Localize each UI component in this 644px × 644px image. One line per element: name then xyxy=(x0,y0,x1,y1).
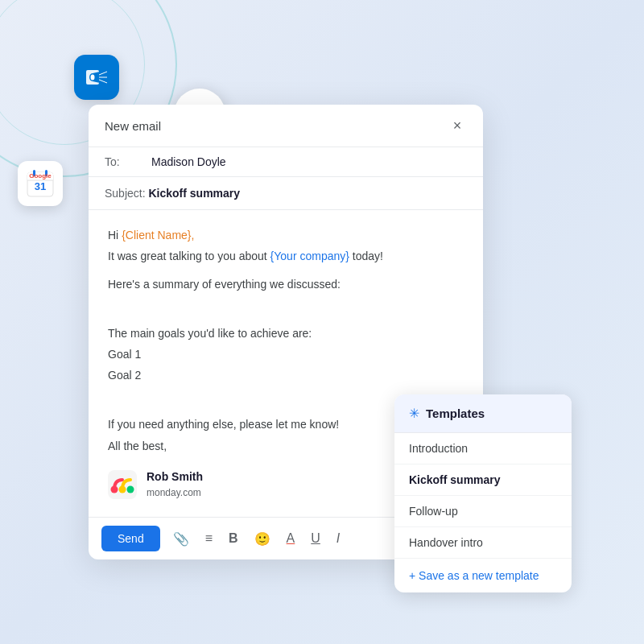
emoji-icon[interactable]: 🙂 xyxy=(251,528,274,550)
list-icon[interactable]: ≡ xyxy=(202,528,216,549)
goal2: Goal 2 xyxy=(108,366,464,384)
bold-icon[interactable]: B xyxy=(225,528,242,549)
underline-icon[interactable]: U xyxy=(308,528,324,549)
svg-point-14 xyxy=(127,485,134,493)
svg-text:31: 31 xyxy=(35,180,46,192)
to-value: Madison Doyle xyxy=(151,155,226,168)
pin-icon: ✳ xyxy=(409,406,419,421)
attach-icon[interactable]: 📎 xyxy=(170,528,192,550)
greeting-line: Hi {Client Name}, xyxy=(108,226,464,244)
svg-text:Google: Google xyxy=(29,172,52,180)
svg-point-2 xyxy=(91,75,95,80)
client-name-placeholder: {Client Name}, xyxy=(122,229,194,242)
sender-name: Rob Smith xyxy=(147,468,203,485)
template-item-kickoff[interactable]: Kickoff summary xyxy=(394,464,572,496)
body-line3: The main goals you'd like to achieve are… xyxy=(108,324,464,342)
sender-logo xyxy=(108,470,137,499)
templates-title: Templates xyxy=(426,407,485,420)
body-line1: It was great talking to you about {Your … xyxy=(108,247,464,265)
template-item-followup[interactable]: Follow-up xyxy=(394,496,572,527)
email-header: New email × xyxy=(89,105,483,147)
sender-company: monday.com xyxy=(147,485,203,501)
body-line2: Here's a summary of everything we discus… xyxy=(108,275,464,293)
template-item-handover[interactable]: Handover intro xyxy=(394,527,572,559)
templates-header: ✳ Templates xyxy=(394,394,572,433)
save-as-new-template-button[interactable]: + Save as a new template xyxy=(394,559,572,592)
send-button[interactable]: Send xyxy=(101,526,160,551)
your-company-placeholder: {Your company} xyxy=(270,250,349,262)
goal1: Goal 1 xyxy=(108,345,464,363)
template-item-introduction[interactable]: Introduction xyxy=(394,433,572,464)
body-spacer1 xyxy=(108,296,464,314)
to-label: To: xyxy=(105,155,145,168)
to-field: To: Madison Doyle xyxy=(89,147,483,177)
italic-icon[interactable]: I xyxy=(333,528,343,549)
signature-info: Rob Smith monday.com xyxy=(147,468,203,502)
text-color-icon[interactable]: A xyxy=(283,528,299,549)
outlook-app-icon xyxy=(74,55,119,100)
close-button[interactable]: × xyxy=(448,116,467,135)
email-window-title: New email xyxy=(105,119,161,133)
subject-field: Subject: Kickoff summary xyxy=(89,177,483,210)
calendar-app-icon: 31 Google xyxy=(18,161,63,206)
subject-value: Kickoff summary xyxy=(148,187,240,200)
subject-label: Subject: xyxy=(105,187,146,200)
templates-panel: ✳ Templates Introduction Kickoff summary… xyxy=(394,394,572,592)
